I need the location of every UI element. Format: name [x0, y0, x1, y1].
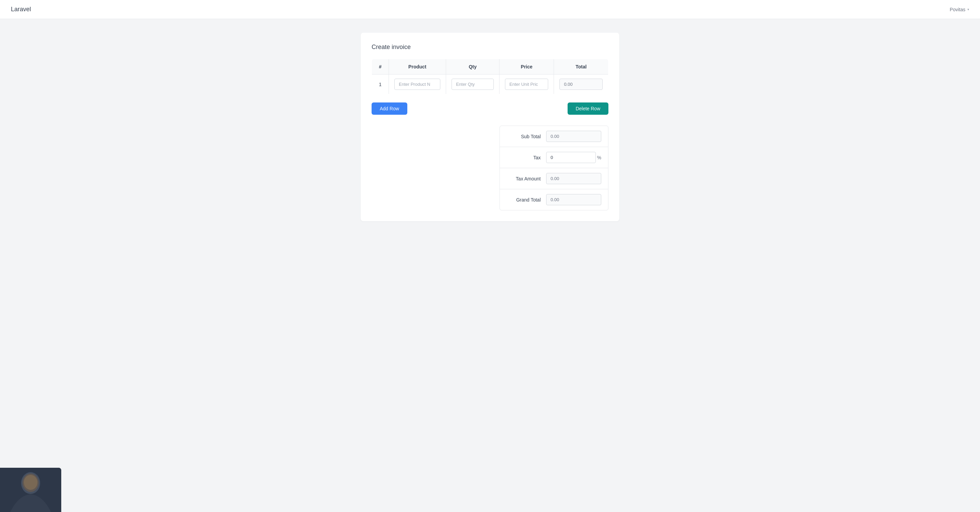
totals-box: Sub Total Tax % Tax Amount	[500, 126, 608, 211]
tax-amount-row: Tax Amount	[500, 168, 608, 189]
qty-cell	[446, 75, 500, 94]
main-content: Create invoice # Product Qty Price Total…	[0, 19, 980, 235]
grand-total-input	[546, 194, 601, 205]
page-title: Create invoice	[372, 43, 608, 51]
grand-total-input-wrap	[546, 194, 601, 205]
tax-input[interactable]	[546, 152, 596, 163]
total-input	[559, 79, 603, 90]
tax-amount-input-wrap	[546, 173, 601, 184]
invoice-table: # Product Qty Price Total 1	[372, 59, 608, 94]
person-silhouette-icon	[0, 468, 61, 512]
row-number: 1	[372, 75, 389, 94]
tax-amount-input	[546, 173, 601, 184]
totals-section: Sub Total Tax % Tax Amount	[372, 126, 608, 211]
tax-row: Tax %	[500, 147, 608, 168]
product-input[interactable]	[395, 79, 440, 90]
tax-percent-symbol: %	[597, 155, 601, 160]
sub-total-input	[546, 131, 601, 142]
sub-total-row: Sub Total	[500, 126, 608, 147]
webcam-feed	[0, 468, 61, 512]
product-cell	[389, 75, 446, 94]
sub-total-label: Sub Total	[507, 134, 541, 139]
action-buttons-row: Add Row Delete Row	[372, 102, 608, 115]
col-hash: #	[372, 59, 389, 75]
svg-point-3	[24, 475, 37, 490]
grand-total-row: Grand Total	[500, 189, 608, 210]
add-row-button[interactable]: Add Row	[372, 102, 407, 115]
price-cell	[500, 75, 554, 94]
user-name: Povitas	[950, 7, 966, 12]
sub-total-input-wrap	[546, 131, 601, 142]
app-brand: Laravel	[11, 6, 31, 13]
qty-input[interactable]	[452, 79, 494, 90]
total-cell	[554, 75, 608, 94]
tax-amount-label: Tax Amount	[507, 176, 541, 182]
user-menu[interactable]: Povitas ▾	[950, 7, 969, 12]
col-product: Product	[389, 59, 446, 75]
table-row: 1	[372, 75, 608, 94]
col-total: Total	[554, 59, 608, 75]
grand-total-label: Grand Total	[507, 197, 541, 203]
navbar: Laravel Povitas ▾	[0, 0, 980, 19]
price-input[interactable]	[505, 79, 548, 90]
chevron-down-icon: ▾	[967, 8, 969, 11]
webcam-overlay	[0, 468, 61, 512]
tax-input-wrap: %	[546, 152, 601, 163]
tax-label: Tax	[507, 155, 541, 160]
col-qty: Qty	[446, 59, 500, 75]
col-price: Price	[500, 59, 554, 75]
invoice-card: Create invoice # Product Qty Price Total…	[361, 33, 619, 221]
delete-row-button[interactable]: Delete Row	[568, 102, 608, 115]
